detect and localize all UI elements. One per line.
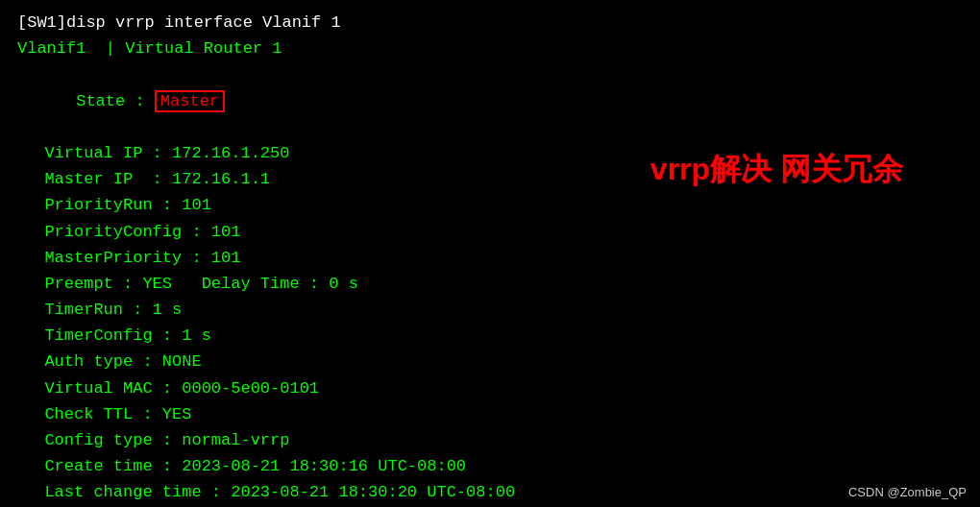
data-line-8: Auth type : NONE bbox=[17, 349, 963, 374]
data-line-9: Virtual MAC : 0000-5e00-0101 bbox=[17, 375, 963, 401]
data-line-5: Preempt : YES Delay Time : 0 s bbox=[17, 271, 963, 297]
state-value: Master bbox=[155, 90, 225, 112]
state-label: State : bbox=[57, 92, 155, 110]
data-line-11: Config type : normal-vrrp bbox=[17, 427, 963, 453]
state-line: State : Master bbox=[17, 61, 963, 140]
data-line-2: PriorityRun : 101 bbox=[17, 192, 963, 218]
data-lines: Virtual IP : 172.16.1.250 Master IP : 17… bbox=[17, 140, 963, 506]
data-line-6: TimerRun : 1 s bbox=[17, 297, 963, 323]
data-line-7: TimerConfig : 1 s bbox=[17, 323, 963, 349]
watermark: CSDN @Zombie_QP bbox=[848, 485, 967, 499]
data-line-13: Last change time : 2023-08-21 18:30:20 U… bbox=[17, 479, 963, 505]
title-line: [SW1]disp vrrp interface Vlanif 1 bbox=[17, 10, 963, 36]
data-line-3: PriorityConfig : 101 bbox=[17, 219, 963, 245]
annotation-text: vrrp解决 网关冗余 bbox=[650, 149, 903, 191]
data-line-4: MasterPriority : 101 bbox=[17, 245, 963, 271]
header-line: Vlanif1 | Virtual Router 1 bbox=[17, 36, 963, 61]
terminal-window: [SW1]disp vrrp interface Vlanif 1 Vlanif… bbox=[0, 0, 980, 507]
data-line-10: Check TTL : YES bbox=[17, 401, 963, 427]
data-line-12: Create time : 2023-08-21 18:30:16 UTC-08… bbox=[17, 453, 963, 479]
